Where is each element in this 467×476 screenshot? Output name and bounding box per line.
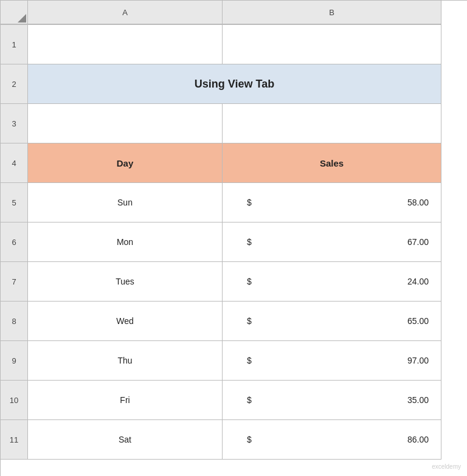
row-11-num: 11	[10, 435, 18, 444]
cell-a1[interactable]	[28, 25, 223, 64]
col-header-a: A	[28, 1, 223, 25]
row-1-num: 1	[12, 40, 16, 49]
watermark-text: exceldemy	[432, 463, 461, 470]
day-mon: Mon	[117, 237, 133, 247]
amount-thu: 97.00	[386, 356, 429, 365]
amount-fri: 35.00	[386, 395, 429, 405]
cell-day-sat[interactable]: Sat	[28, 420, 223, 460]
dollar-mon: $	[247, 237, 252, 247]
row-header-4: 4	[1, 143, 28, 183]
corner-cell	[1, 1, 28, 25]
cell-sales-wed[interactable]: $ 65.00	[223, 302, 441, 341]
dollar-thu: $	[247, 356, 252, 365]
day-tues: Tues	[116, 277, 134, 286]
cell-b1[interactable]	[223, 25, 441, 64]
watermark: exceldemy	[432, 463, 461, 470]
amount-tues: 24.00	[386, 277, 429, 286]
cell-sales-sun[interactable]: $ 58.00	[223, 183, 441, 222]
row-header-11: 11	[1, 420, 28, 460]
spreadsheet-wrapper: A B 1 2 Using View Tab 3 4 Day	[0, 0, 467, 476]
day-thu: Thu	[117, 356, 132, 365]
corner-triangle-icon	[18, 14, 26, 22]
row-9-num: 9	[12, 356, 16, 365]
dollar-sun: $	[247, 198, 252, 207]
dollar-sat: $	[247, 435, 252, 444]
dollar-tues: $	[247, 277, 252, 286]
row-2-num: 2	[12, 80, 16, 89]
cell-sales-thu[interactable]: $ 97.00	[223, 341, 441, 381]
col-b-label: B	[329, 8, 334, 17]
row-10-num: 10	[10, 396, 18, 405]
cell-day-header: Day	[28, 143, 223, 183]
amount-sun: 58.00	[386, 198, 429, 207]
grid: A B 1 2 Using View Tab 3 4 Day	[0, 0, 467, 476]
row-header-6: 6	[1, 222, 28, 262]
cell-day-tues[interactable]: Tues	[28, 262, 223, 302]
title-text: Using View Tab	[195, 78, 274, 91]
day-sun: Sun	[117, 198, 133, 207]
cell-day-fri[interactable]: Fri	[28, 381, 223, 420]
dollar-fri: $	[247, 395, 252, 405]
cell-sales-header: Sales	[223, 143, 441, 183]
day-header-label: Day	[117, 158, 134, 168]
col-header-b: B	[223, 1, 441, 25]
row-header-10: 10	[1, 381, 28, 420]
cell-day-thu[interactable]: Thu	[28, 341, 223, 381]
amount-mon: 67.00	[386, 237, 429, 247]
cell-day-wed[interactable]: Wed	[28, 302, 223, 341]
cell-c3[interactable]	[223, 104, 441, 143]
row-header-1: 1	[1, 25, 28, 64]
row-3-num: 3	[12, 119, 16, 128]
row-header-8: 8	[1, 302, 28, 341]
cell-sales-sat[interactable]: $ 86.00	[223, 420, 441, 460]
amount-sat: 86.00	[386, 435, 429, 444]
amount-wed: 65.00	[386, 316, 429, 326]
row-header-3: 3	[1, 104, 28, 143]
sales-header-label: Sales	[320, 158, 344, 168]
day-sat: Sat	[119, 435, 131, 444]
cell-day-sun[interactable]: Sun	[28, 183, 223, 222]
row-8-num: 8	[12, 317, 16, 326]
cell-sales-tues[interactable]: $ 24.00	[223, 262, 441, 302]
row-7-num: 7	[12, 277, 16, 286]
day-wed: Wed	[116, 316, 134, 326]
cell-sales-fri[interactable]: $ 35.00	[223, 381, 441, 420]
spreadsheet: A B 1 2 Using View Tab 3 4 Day	[0, 0, 467, 476]
cell-day-mon[interactable]: Mon	[28, 222, 223, 262]
row-header-7: 7	[1, 262, 28, 302]
row-5-num: 5	[12, 198, 16, 207]
cell-sales-mon[interactable]: $ 67.00	[223, 222, 441, 262]
dollar-wed: $	[247, 316, 252, 326]
day-fri: Fri	[120, 395, 130, 405]
col-a-label: A	[122, 8, 128, 17]
row-header-5: 5	[1, 183, 28, 222]
row-6-num: 6	[12, 238, 16, 247]
row-header-2: 2	[1, 64, 28, 104]
cell-b3[interactable]	[28, 104, 223, 143]
cell-title[interactable]: Using View Tab	[28, 64, 441, 104]
row-header-9: 9	[1, 341, 28, 381]
row-4-num: 4	[12, 159, 16, 168]
